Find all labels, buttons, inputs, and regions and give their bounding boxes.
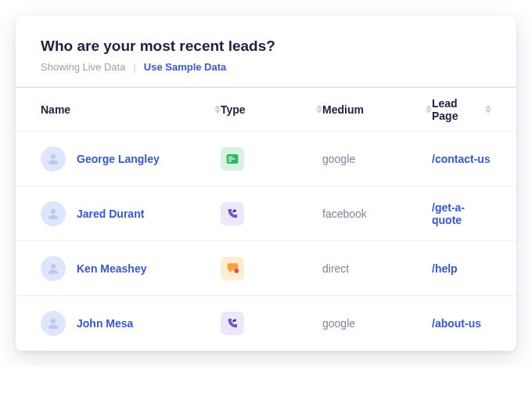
column-label: Type — [221, 103, 246, 116]
lead-name-link[interactable]: John Mesa — [77, 317, 133, 330]
avatar — [41, 256, 66, 281]
sort-icon — [214, 105, 221, 114]
card-title: Who are your most recent leads? — [41, 38, 491, 55]
medium-cell: google — [322, 153, 432, 165]
lead-page-link[interactable]: /about-us — [432, 317, 491, 330]
table-row: George Langleygoogle/contact-us — [16, 132, 516, 186]
lead-page-link[interactable]: /get-a-quote — [432, 201, 491, 226]
svg-rect-2 — [228, 156, 233, 157]
table-header: Name Type Medium Lead Page — [16, 88, 516, 132]
name-cell: Ken Meashey — [41, 256, 221, 281]
svg-point-5 — [51, 209, 56, 214]
avatar — [41, 201, 66, 226]
table-row: Jared Durantfacebook/get-a-quote — [16, 186, 516, 241]
svg-point-8 — [51, 319, 56, 323]
sort-icon — [485, 105, 491, 114]
name-cell: John Mesa — [41, 311, 221, 336]
type-cell — [221, 147, 322, 171]
card-header: Who are your most recent leads? Showing … — [16, 16, 516, 87]
column-label: Name — [41, 103, 70, 116]
lead-name-link[interactable]: Jared Durant — [77, 208, 144, 220]
table-row: John Mesagoogle/about-us — [16, 296, 516, 351]
table-row: Ken Measheydirect/help — [16, 241, 516, 296]
medium-cell: google — [322, 317, 432, 330]
header-divider — [16, 87, 516, 88]
name-cell: Jared Durant — [41, 201, 221, 226]
leads-card: Who are your most recent leads? Showing … — [16, 16, 516, 351]
svg-rect-3 — [228, 158, 235, 159]
lead-name-link[interactable]: George Langley — [77, 153, 160, 165]
svg-rect-4 — [228, 161, 232, 161]
svg-point-7 — [234, 269, 238, 272]
divider-pipe: | — [133, 61, 135, 73]
column-header-medium[interactable]: Medium — [322, 103, 432, 116]
type-cell — [221, 202, 322, 226]
column-label: Medium — [322, 103, 364, 116]
form-icon — [221, 147, 244, 171]
name-cell: George Langley — [41, 146, 221, 171]
column-header-lead-page[interactable]: Lead Page — [432, 97, 491, 122]
lead-name-link[interactable]: Ken Meashey — [77, 262, 146, 275]
data-source-line: Showing Live Data | Use Sample Data — [41, 61, 491, 73]
column-header-name[interactable]: Name — [41, 103, 221, 116]
svg-point-0 — [51, 154, 56, 159]
avatar — [41, 146, 66, 171]
table-body: George Langleygoogle/contact-usJared Dur… — [16, 132, 516, 351]
avatar — [41, 311, 66, 336]
lead-page-link[interactable]: /contact-us — [432, 153, 491, 165]
column-header-type[interactable]: Type — [221, 103, 322, 116]
medium-cell: facebook — [322, 208, 432, 220]
call-icon — [221, 312, 244, 335]
use-sample-data-link[interactable]: Use Sample Data — [144, 61, 227, 73]
type-cell — [221, 257, 322, 280]
column-label: Lead Page — [432, 97, 476, 122]
chat-icon — [221, 257, 244, 280]
sort-icon — [426, 105, 432, 114]
svg-point-6 — [51, 264, 56, 269]
lead-page-link[interactable]: /help — [432, 262, 491, 275]
medium-cell: direct — [322, 262, 432, 275]
showing-live-label: Showing Live Data — [41, 61, 125, 73]
type-cell — [221, 312, 322, 335]
call-icon — [221, 202, 244, 226]
sort-icon — [316, 105, 322, 114]
